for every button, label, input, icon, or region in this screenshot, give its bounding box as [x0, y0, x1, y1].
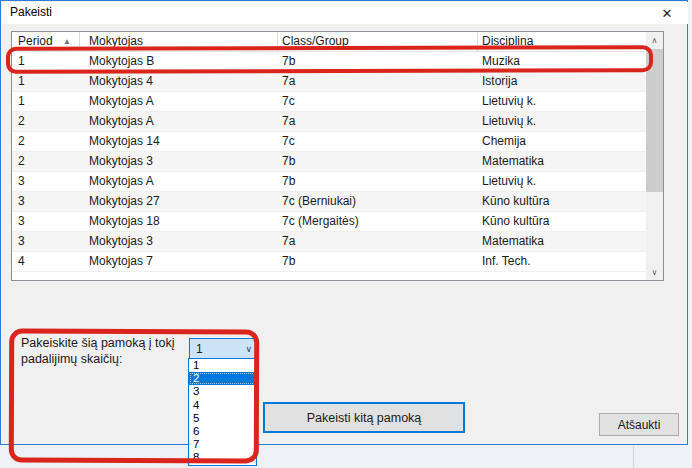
table-row[interactable]: 4 Mokytojas 7 7b Inf. Tech. [12, 252, 646, 272]
dropdown-option[interactable]: 4 [189, 399, 256, 412]
dropdown-option[interactable]: 3 [189, 385, 256, 398]
lessons-table: Period ▲ Mokytojas Class/Group Disciplin… [11, 31, 664, 281]
change-other-lesson-button[interactable]: Pakeisti kitą pamoką [263, 402, 465, 433]
table-row[interactable]: 2 Mokytojas 14 7c Chemija [12, 132, 646, 152]
split-count-label: Pakeiskite šią pamoką į tokį padalijimų … [21, 335, 175, 367]
dropdown-option[interactable]: 6 [189, 425, 256, 438]
table-body: 1 Mokytojas B 7b Muzika 1 Mokytojas 4 7a… [12, 52, 646, 272]
dropdown-option[interactable]: 8 [189, 451, 256, 464]
table-row[interactable]: 1 Mokytojas B 7b Muzika [12, 52, 646, 72]
column-header-period[interactable]: Period ▲ [12, 32, 80, 51]
dropdown-option[interactable]: 1 [189, 359, 256, 372]
table-row[interactable]: 1 Mokytojas A 7c Lietuvių k. [12, 92, 646, 112]
close-button[interactable]: ✕ [650, 2, 684, 24]
dropdown-option[interactable]: 5 [189, 412, 256, 425]
dropdown-option[interactable]: 7 [189, 438, 256, 451]
split-count-combobox[interactable]: 1 ∨ [189, 338, 258, 359]
table-row[interactable]: 1 Mokytojas 4 7a Istorija [12, 72, 646, 92]
background-divider [633, 446, 634, 468]
table-header-row: Period ▲ Mokytojas Class/Group Disciplin… [12, 32, 663, 52]
cancel-button[interactable]: Atšaukti [599, 413, 679, 436]
scroll-up-icon[interactable]: ∧ [646, 32, 663, 48]
table-row[interactable]: 3 Mokytojas 27 7c (Berniukai) Kūno kultū… [12, 192, 646, 212]
table-row[interactable]: 2 Mokytojas 3 7b Matematika [12, 152, 646, 172]
table-row[interactable]: 2 Mokytojas A 7a Lietuvių k. [12, 112, 646, 132]
table-row[interactable]: 3 Mokytojas 18 7c (Mergaitės) Kūno kultū… [12, 212, 646, 232]
combobox-dropdown-list: 1 2 3 4 5 6 7 8 [188, 358, 257, 466]
table-row[interactable]: 3 Mokytojas A 7b Lietuvių k. [12, 172, 646, 192]
dialog-titlebar: Pakeisti ✕ [2, 2, 688, 24]
dropdown-option-highlighted[interactable]: 2 [189, 372, 256, 385]
column-header-disciplina[interactable]: Disciplina [478, 32, 646, 51]
dialog-title: Pakeisti [10, 5, 52, 19]
chevron-down-icon: ∨ [245, 344, 252, 354]
scroll-down-icon[interactable]: ∨ [646, 264, 663, 280]
combobox-value: 1 [190, 342, 203, 356]
screen: Pakeisti ✕ Period ▲ Mokytojas Class/Grou… [0, 0, 692, 468]
column-header-mokytojas[interactable]: Mokytojas [80, 32, 278, 51]
pakeisti-dialog: Pakeisti ✕ Period ▲ Mokytojas Class/Grou… [0, 0, 688, 445]
sort-ascending-icon: ▲ [63, 32, 71, 51]
column-header-class-group[interactable]: Class/Group [278, 32, 478, 51]
vertical-scrollbar[interactable]: ∧ ∨ [646, 32, 663, 280]
scrollbar-thumb[interactable] [646, 49, 663, 192]
table-row[interactable]: 3 Mokytojas 3 7a Matematika [12, 232, 646, 252]
close-icon: ✕ [662, 7, 673, 20]
